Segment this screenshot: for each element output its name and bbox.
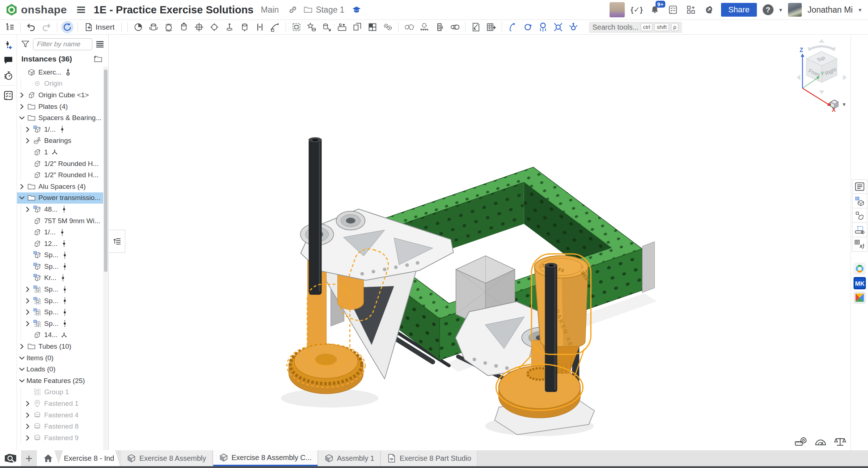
undo-icon[interactable] <box>25 21 38 33</box>
tree-row[interactable]: Alu Spacers (4) <box>17 181 103 192</box>
collapse-icon[interactable] <box>552 21 565 33</box>
expander-chevron-icon[interactable] <box>17 377 26 384</box>
section-view-icon[interactable] <box>852 223 867 237</box>
named-positions-icon[interactable] <box>336 21 349 33</box>
ai-assistant-icon[interactable] <box>703 4 715 16</box>
tree-row[interactable]: Origin Cube <1> <box>17 89 103 101</box>
tree-row[interactable]: Mate Features (25) <box>17 375 103 387</box>
tab-group-label[interactable]: Exercise 8 - Ind <box>58 450 120 466</box>
panel-flyout-toggle[interactable] <box>109 230 125 253</box>
group-icon[interactable] <box>290 21 303 33</box>
tab-search-button[interactable] <box>0 450 21 466</box>
notifications-icon[interactable]: 9+ <box>649 4 661 16</box>
dots-icon[interactable] <box>61 240 68 248</box>
dots-icon[interactable] <box>62 251 69 259</box>
display-panes-icon[interactable] <box>366 21 379 33</box>
tree-row[interactable]: 14... <box>17 329 103 341</box>
mate-connector-icon[interactable] <box>320 21 333 33</box>
tree-row[interactable]: 1/2" Rounded H... <box>17 158 103 170</box>
dots-icon[interactable] <box>62 263 69 271</box>
expander-chevron-icon[interactable] <box>23 126 32 133</box>
home-tab-button[interactable] <box>37 450 59 466</box>
document-tab[interactable]: Exercise 8 Assembly <box>121 450 212 466</box>
protractor-icon[interactable] <box>814 437 827 447</box>
tree-row[interactable]: Sp... <box>17 261 103 272</box>
screw-relation-icon[interactable] <box>433 21 446 33</box>
expander-chevron-icon[interactable] <box>17 183 26 190</box>
tree-row[interactable]: Fastened 8 <box>17 421 103 432</box>
dots-icon[interactable] <box>62 285 69 293</box>
display-states-icon[interactable] <box>469 21 483 33</box>
search-tools-box[interactable]: Search tools...ctrlshiftp <box>589 22 682 33</box>
tree-scrollbar[interactable] <box>103 67 108 450</box>
tree-row[interactable]: 48... <box>17 204 103 215</box>
tree-row[interactable]: Items (0) <box>17 352 103 364</box>
expander-chevron-icon[interactable] <box>17 114 26 122</box>
expander-chevron-icon[interactable] <box>23 206 32 213</box>
expander-chevron-icon[interactable] <box>17 354 26 362</box>
tree-row[interactable]: Exerc... <box>17 67 103 78</box>
animate-icon[interactable] <box>506 21 519 33</box>
user-menu-caret-icon[interactable]: ▾ <box>859 7 861 13</box>
tree-row[interactable]: Tubes (10) <box>17 341 103 352</box>
tree-row[interactable]: Origin <box>17 78 103 90</box>
main-menu-icon[interactable] <box>75 4 87 16</box>
learning-center-icon[interactable] <box>350 4 363 16</box>
dots-icon[interactable] <box>59 125 67 133</box>
expander-chevron-icon[interactable] <box>17 92 26 99</box>
bom-icon[interactable] <box>485 21 498 33</box>
help-icon[interactable]: ? <box>763 4 774 15</box>
expander-chevron-icon[interactable] <box>17 103 26 110</box>
expander-chevron-icon[interactable] <box>23 297 32 305</box>
tree-row[interactable]: Fastened 1 <box>17 398 103 409</box>
document-tab[interactable]: Exercise 8 Part Studio <box>381 450 477 466</box>
expander-chevron-icon[interactable] <box>17 343 26 350</box>
tree-row[interactable]: Sp... <box>17 318 103 329</box>
add-mate-connector-icon[interactable] <box>1 38 15 53</box>
mass-properties-icon[interactable] <box>834 437 847 447</box>
link-icon[interactable] <box>287 4 299 16</box>
revolve-motion-icon[interactable] <box>521 21 534 33</box>
mate-icon[interactable] <box>132 21 145 33</box>
app-mk-icon[interactable]: MK <box>852 276 867 290</box>
help-caret-icon[interactable]: ▾ <box>779 7 782 13</box>
tree-row[interactable]: 1/... <box>17 226 103 238</box>
stopwatch-icon[interactable] <box>1 68 15 83</box>
expander-chevron-icon[interactable] <box>23 400 32 407</box>
dots-icon[interactable] <box>59 228 67 236</box>
tasks-icon[interactable] <box>1 88 15 103</box>
expander-chevron-icon[interactable] <box>23 309 32 316</box>
tree-row[interactable]: Kr... <box>17 272 103 284</box>
dots-icon[interactable] <box>62 320 69 328</box>
revolute-mate-icon[interactable] <box>147 21 160 33</box>
expander-chevron-icon[interactable] <box>23 137 32 144</box>
tri-icon[interactable] <box>61 331 68 339</box>
redo-icon[interactable] <box>40 21 53 33</box>
document-tab[interactable]: Assembly 1 <box>319 450 380 466</box>
cylindrical-mate-icon[interactable] <box>238 21 251 33</box>
app-color-cross-icon[interactable] <box>852 291 867 305</box>
tree-row[interactable]: 1/... <box>17 124 103 135</box>
update-icon[interactable] <box>61 21 73 33</box>
app-color-ring-icon[interactable] <box>852 262 867 276</box>
assembly-3d-model[interactable]: TALON FX WCP KRAKEN X60 <box>109 35 851 450</box>
gear-relation-icon[interactable] <box>403 21 416 33</box>
share-button[interactable]: Share <box>721 3 757 17</box>
tree-row[interactable]: Sp... <box>17 250 103 261</box>
variables-icon[interactable]: x) <box>852 237 867 252</box>
ball-mate-icon[interactable] <box>162 21 175 33</box>
expander-chevron-icon[interactable] <box>23 412 32 419</box>
measure-icon[interactable] <box>795 437 808 447</box>
version-name[interactable]: Stage 1 <box>316 5 344 15</box>
gear-cluster-icon[interactable] <box>381 21 394 33</box>
tree-row[interactable]: 12... <box>17 238 103 250</box>
tree-row[interactable]: 1 <box>17 146 103 158</box>
expander-chevron-icon[interactable] <box>23 286 32 293</box>
expander-chevron-icon[interactable] <box>17 194 26 201</box>
parallel-mate-icon[interactable] <box>253 21 266 33</box>
linear-motion-icon[interactable] <box>536 21 549 33</box>
dots-icon[interactable] <box>62 308 69 316</box>
view-options-button[interactable]: ▾ <box>829 99 846 109</box>
viewport[interactable]: TALON FX WCP KRAKEN X60 <box>109 35 851 450</box>
in-context-icon[interactable] <box>852 208 867 223</box>
